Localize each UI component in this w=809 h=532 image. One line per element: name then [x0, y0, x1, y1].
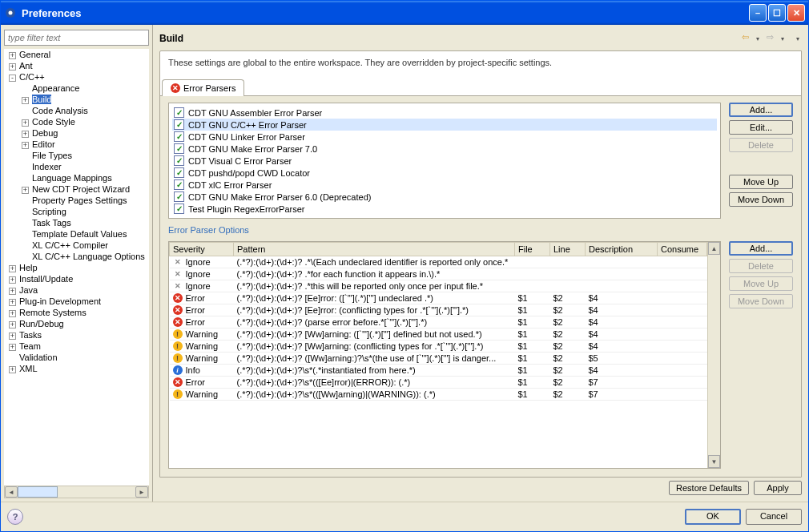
- tree-toggle-icon[interactable]: +: [22, 97, 29, 104]
- tree-item[interactable]: +Java: [4, 284, 149, 296]
- checkbox[interactable]: ✓: [174, 191, 184, 202]
- tree-item[interactable]: +Team: [4, 341, 149, 352]
- tree-toggle-icon[interactable]: +: [9, 276, 16, 284]
- scroll-down-icon[interactable]: ▼: [708, 455, 720, 468]
- parser-item[interactable]: ✓CDT GNU Linker Error Parser: [172, 131, 717, 143]
- tree-item[interactable]: -C/C++: [4, 71, 149, 83]
- checkbox[interactable]: ✓: [174, 119, 184, 130]
- tree-item[interactable]: Appearance: [4, 83, 149, 94]
- tree-item-label[interactable]: Property Pages Settings: [32, 195, 127, 205]
- tree-item-label[interactable]: General: [19, 50, 50, 59]
- tree-item[interactable]: Indexer: [4, 161, 149, 172]
- tree-item-label[interactable]: Tasks: [19, 330, 42, 340]
- tree-item[interactable]: Code Analysis: [4, 105, 149, 116]
- tree-item[interactable]: +Editor: [4, 139, 149, 150]
- parsers-add-button[interactable]: Add...: [729, 103, 793, 117]
- parser-item[interactable]: ✓CDT xlC Error Parser: [172, 179, 717, 191]
- parser-item[interactable]: ✓Test Plugin RegexErrorParser: [172, 203, 717, 215]
- tree-item[interactable]: +Tasks: [4, 329, 149, 341]
- tree-item-label[interactable]: Code Style: [32, 117, 75, 127]
- tree-item[interactable]: +Ant: [4, 60, 149, 71]
- tree-item-label[interactable]: New CDT Project Wizard: [32, 184, 130, 194]
- table-row[interactable]: iInfo(.*?):(\d+):(\d+:)?\s*(.*instantiat…: [170, 365, 707, 377]
- tree-item-label[interactable]: XL C/C++ Compiler: [32, 240, 108, 250]
- tree-item[interactable]: +Install/Update: [4, 273, 149, 284]
- restore-defaults-button[interactable]: Restore Defaults: [669, 481, 749, 495]
- apply-button[interactable]: Apply: [754, 481, 802, 495]
- titlebar[interactable]: Preferences – ☐ ✕: [1, 1, 808, 25]
- parsers-edit-button[interactable]: Edit...: [729, 120, 793, 135]
- opts-add-button[interactable]: Add...: [729, 241, 793, 256]
- back-dropdown-icon[interactable]: ▾: [756, 35, 762, 42]
- filter-input[interactable]: [4, 30, 149, 46]
- checkbox[interactable]: ✓: [174, 143, 184, 154]
- tab-error-parsers[interactable]: ✕ Error Parsers: [162, 79, 244, 96]
- col-severity[interactable]: Severity: [170, 243, 234, 256]
- tree-item-label[interactable]: Task Tags: [32, 218, 71, 228]
- scroll-right-icon[interactable]: ►: [135, 486, 148, 498]
- tree-item-label[interactable]: Team: [19, 341, 41, 351]
- tree-toggle-icon[interactable]: +: [9, 310, 16, 317]
- tree-toggle-icon[interactable]: +: [22, 187, 29, 194]
- tree-item-label[interactable]: Editor: [32, 139, 55, 149]
- tree-item[interactable]: Task Tags: [4, 217, 149, 228]
- tree-item-label[interactable]: XML: [19, 364, 38, 373]
- col-description[interactable]: Description: [586, 243, 658, 256]
- back-icon[interactable]: ⇦: [742, 32, 755, 45]
- tree-item[interactable]: +Code Style: [4, 116, 149, 127]
- tree-item-label[interactable]: Code Analysis: [32, 106, 88, 115]
- checkbox[interactable]: ✓: [174, 131, 184, 142]
- col-line[interactable]: Line: [550, 243, 586, 256]
- table-row[interactable]: !Warning(.*?):(\d+):(\d+:)? [Ww]arning: …: [170, 341, 707, 353]
- tree-item-label[interactable]: Run/Debug: [19, 319, 64, 328]
- tree-item-label[interactable]: Indexer: [32, 162, 62, 171]
- table-row[interactable]: !Warning(.*?):(\d+):(\d+:)? ([Ww]arning:…: [170, 353, 707, 365]
- table-row[interactable]: ✕Error(.*?):(\d+):(\d+:)? [Ee]rror: ([`'…: [170, 292, 707, 304]
- tree-toggle-icon[interactable]: +: [9, 321, 16, 328]
- tree-item[interactable]: Language Mappings: [4, 172, 149, 183]
- tree-item[interactable]: +New CDT Project Wizard: [4, 183, 149, 195]
- tree-item-label[interactable]: Debug: [32, 128, 58, 138]
- ok-button[interactable]: OK: [685, 509, 741, 525]
- col-pattern[interactable]: Pattern: [234, 243, 515, 256]
- checkbox[interactable]: ✓: [174, 167, 184, 178]
- parsers-moveup-button[interactable]: Move Up: [729, 175, 793, 189]
- scroll-thumb[interactable]: [18, 486, 58, 498]
- tree-item[interactable]: Validation: [4, 352, 149, 363]
- tree-item-label[interactable]: Appearance: [32, 83, 79, 93]
- maximize-button[interactable]: ☐: [768, 4, 786, 22]
- tree-item-label[interactable]: Template Default Values: [32, 229, 127, 239]
- tree-toggle-icon[interactable]: +: [22, 131, 29, 138]
- tree-item-label[interactable]: Install/Update: [19, 274, 73, 284]
- tree-item[interactable]: +Build: [4, 94, 149, 105]
- options-grid[interactable]: Severity Pattern File Line Description C…: [168, 241, 721, 469]
- preferences-tree[interactable]: +General+Ant-C/C++Appearance+BuildCode A…: [4, 49, 149, 486]
- tree-item-label[interactable]: File Types: [32, 151, 72, 160]
- tree-hscrollbar[interactable]: ◄ ►: [4, 486, 149, 498]
- tree-item-label[interactable]: Language Mappings: [32, 173, 112, 183]
- tree-toggle-icon[interactable]: +: [22, 119, 29, 127]
- tree-item[interactable]: +XML: [4, 363, 149, 374]
- table-row[interactable]: !Warning(.*?):(\d+):(\d+:)? [Ww]arning: …: [170, 328, 707, 341]
- tree-item-label[interactable]: Help: [19, 263, 38, 272]
- parsers-list[interactable]: ✓CDT GNU Assembler Error Parser✓CDT GNU …: [168, 103, 721, 219]
- tree-item[interactable]: +General: [4, 49, 149, 60]
- parser-item[interactable]: ✓CDT Visual C Error Parser: [172, 155, 717, 167]
- col-file[interactable]: File: [515, 243, 550, 256]
- parsers-movedown-button[interactable]: Move Down: [729, 192, 793, 207]
- tree-item-label[interactable]: Validation: [19, 353, 58, 362]
- tree-item[interactable]: +Debug: [4, 127, 149, 139]
- tree-toggle-icon[interactable]: +: [9, 299, 16, 306]
- tree-toggle-icon[interactable]: +: [9, 63, 16, 71]
- tree-item[interactable]: XL C/C++ Language Options: [4, 251, 149, 262]
- tree-toggle-icon[interactable]: +: [9, 265, 16, 272]
- parser-item[interactable]: ✓CDT GNU C/C++ Error Parser: [172, 119, 717, 131]
- tree-toggle-icon[interactable]: +: [9, 288, 16, 295]
- minimize-button[interactable]: –: [749, 4, 767, 22]
- table-row[interactable]: ✕Ignore(.*?):(\d+):(\d+:)? .*\(Each unde…: [170, 256, 707, 268]
- col-consume[interactable]: Consume: [658, 243, 707, 256]
- tree-item[interactable]: +Remote Systems: [4, 307, 149, 318]
- tree-toggle-icon[interactable]: +: [9, 366, 16, 373]
- tree-item[interactable]: Scripting: [4, 206, 149, 217]
- table-row[interactable]: ✕Ignore(.*?):(\d+):(\d+:)? .*for each fu…: [170, 268, 707, 280]
